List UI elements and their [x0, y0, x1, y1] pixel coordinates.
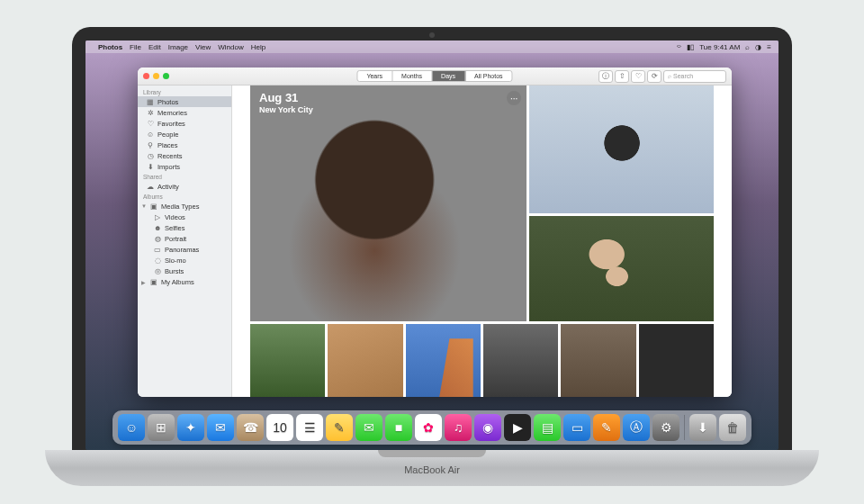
- disclosure-triangle-icon[interactable]: ▼: [141, 203, 147, 209]
- sidebar-item-selfies[interactable]: ☻Selfies: [138, 222, 231, 233]
- hero-location: New York City: [259, 105, 313, 114]
- spotlight-icon[interactable]: ⌕: [745, 43, 750, 51]
- menu-edit[interactable]: Edit: [148, 43, 161, 51]
- video-icon: ▷: [154, 213, 161, 221]
- person-icon: ☺: [147, 130, 154, 139]
- sidebar-item-label: Videos: [165, 213, 185, 221]
- share-button[interactable]: ⇧: [615, 70, 629, 83]
- sidebar-item-bursts[interactable]: ◎Bursts: [138, 266, 231, 276]
- dock-appstore[interactable]: Ⓐ: [623, 414, 650, 441]
- dock-preferences[interactable]: ⚙: [652, 414, 680, 441]
- dock-messages[interactable]: ✉: [356, 414, 382, 441]
- dock-notes[interactable]: ✎: [326, 414, 353, 441]
- sidebar-item-label: Memories: [158, 109, 187, 117]
- dock-mail[interactable]: ✉: [207, 414, 234, 441]
- sidebar-item-memories[interactable]: ✲Memories: [138, 107, 231, 118]
- minimize-button[interactable]: [153, 73, 159, 79]
- dock-tv[interactable]: ▶: [504, 414, 531, 441]
- sidebar-group-media-types[interactable]: ▼▣Media Types: [138, 201, 231, 212]
- photo-thumbnail[interactable]: [483, 324, 558, 397]
- dock-launchpad[interactable]: ⊞: [148, 414, 175, 441]
- segment-all-photos[interactable]: All Photos: [465, 71, 512, 81]
- sidebar-header-library: Library: [138, 87, 231, 96]
- search-icon: ⌕: [668, 73, 671, 79]
- toolbar-right: ⓘ ⇧ ♡ ⟳ ⌕ Search: [598, 70, 726, 83]
- sidebar-item-slo-mo[interactable]: ◌Slo-mo: [138, 255, 231, 266]
- rotate-button[interactable]: ⟳: [647, 70, 662, 83]
- fullscreen-button[interactable]: [163, 73, 169, 79]
- sidebar-item-imports[interactable]: ⬇Imports: [138, 161, 231, 172]
- search-field[interactable]: ⌕ Search: [663, 70, 726, 83]
- menubar: Photos File Edit Image View Window Help …: [86, 40, 778, 53]
- sidebar-group-my-albums[interactable]: ▶▣My Albums: [138, 276, 231, 287]
- photos-icon: ▦: [147, 98, 154, 106]
- desktop: Photos File Edit Image View Window Help …: [86, 40, 778, 450]
- dock-numbers[interactable]: ▤: [534, 414, 561, 441]
- dock-calendar[interactable]: 10: [266, 414, 293, 441]
- sidebar: Library ▦Photos✲Memories♡Favorites☺Peopl…: [138, 86, 232, 397]
- segment-months[interactable]: Months: [392, 71, 432, 81]
- folder-icon: ▣: [150, 202, 158, 211]
- cloud-icon: ☁: [147, 183, 154, 191]
- dock-reminders[interactable]: ☰: [296, 414, 323, 441]
- segment-days[interactable]: Days: [432, 71, 465, 81]
- sidebar-item-label: Favorites: [158, 120, 185, 128]
- menu-file[interactable]: File: [130, 43, 141, 51]
- dock-keynote[interactable]: ▭: [563, 414, 590, 441]
- menubar-status: ⌔ ▮▯ Tue 9:41 AM ⌕ ◑ ≡: [677, 43, 771, 51]
- dock-podcasts[interactable]: ◉: [474, 414, 501, 441]
- sidebar-item-panoramas[interactable]: ▭Panoramas: [138, 244, 231, 255]
- sidebar-header-shared: Shared: [138, 172, 231, 181]
- close-button[interactable]: [143, 73, 149, 79]
- control-center-icon[interactable]: ◑: [755, 43, 761, 51]
- sidebar-item-activity[interactable]: ☁Activity: [138, 181, 231, 192]
- info-button[interactable]: ⓘ: [598, 70, 613, 83]
- sidebar-item-recents[interactable]: ◷Recents: [138, 150, 231, 161]
- wifi-icon[interactable]: ⌔: [677, 43, 681, 51]
- search-placeholder: Search: [673, 73, 693, 79]
- sidebar-item-label: Recents: [158, 152, 183, 160]
- import-icon: ⬇: [147, 163, 154, 171]
- sidebar-item-places[interactable]: ⚲Places: [138, 140, 231, 150]
- hero-date: Aug 31: [259, 91, 298, 104]
- dock-pages[interactable]: ✎: [593, 414, 620, 441]
- dock-trash[interactable]: 🗑: [719, 414, 746, 441]
- window-controls: [143, 73, 169, 79]
- sidebar-item-people[interactable]: ☺People: [138, 129, 231, 140]
- burst-icon: ◎: [154, 267, 161, 275]
- hero-photo[interactable]: Aug 31 New York City ···: [250, 86, 526, 321]
- photo-thumbnail[interactable]: [529, 216, 714, 321]
- battery-icon[interactable]: ▮▯: [687, 43, 694, 51]
- photos-grid[interactable]: Aug 31 New York City ···: [232, 86, 732, 397]
- sidebar-item-photos[interactable]: ▦Photos: [138, 96, 231, 107]
- siri-icon[interactable]: ≡: [767, 43, 771, 51]
- sidebar-item-portrait[interactable]: ◍Portrait: [138, 233, 231, 244]
- photo-thumbnail[interactable]: [328, 324, 402, 397]
- favorite-button[interactable]: ♡: [631, 70, 645, 83]
- menu-view[interactable]: View: [195, 43, 211, 51]
- photo-thumbnail[interactable]: [250, 324, 325, 397]
- photo-thumbnail[interactable]: [406, 324, 481, 397]
- sidebar-item-videos[interactable]: ▷Videos: [138, 212, 231, 222]
- dock-facetime[interactable]: ■: [385, 414, 412, 441]
- clock[interactable]: Tue 9:41 AM: [699, 43, 740, 51]
- dock-photos[interactable]: ✿: [415, 414, 442, 441]
- sidebar-item-favorites[interactable]: ♡Favorites: [138, 118, 231, 129]
- segment-years[interactable]: Years: [357, 71, 392, 81]
- menu-help[interactable]: Help: [251, 43, 266, 51]
- dock-finder[interactable]: ☺: [118, 414, 145, 441]
- dock-safari[interactable]: ✦: [177, 414, 204, 441]
- sidebar-header-albums: Albums: [138, 192, 231, 201]
- photo-thumbnail[interactable]: [529, 86, 714, 213]
- more-button[interactable]: ···: [507, 91, 521, 105]
- photo-thumbnail[interactable]: [639, 324, 714, 397]
- folder-icon: ▣: [150, 278, 158, 286]
- dock-downloads[interactable]: ⬇: [689, 414, 716, 441]
- disclosure-triangle-icon[interactable]: ▶: [141, 279, 147, 285]
- photo-thumbnail[interactable]: [561, 324, 635, 397]
- menubar-app-name[interactable]: Photos: [98, 43, 122, 51]
- dock-contacts[interactable]: ☎: [237, 414, 264, 441]
- menu-window[interactable]: Window: [218, 43, 243, 51]
- menu-image[interactable]: Image: [168, 43, 188, 51]
- dock-music[interactable]: ♫: [445, 414, 472, 441]
